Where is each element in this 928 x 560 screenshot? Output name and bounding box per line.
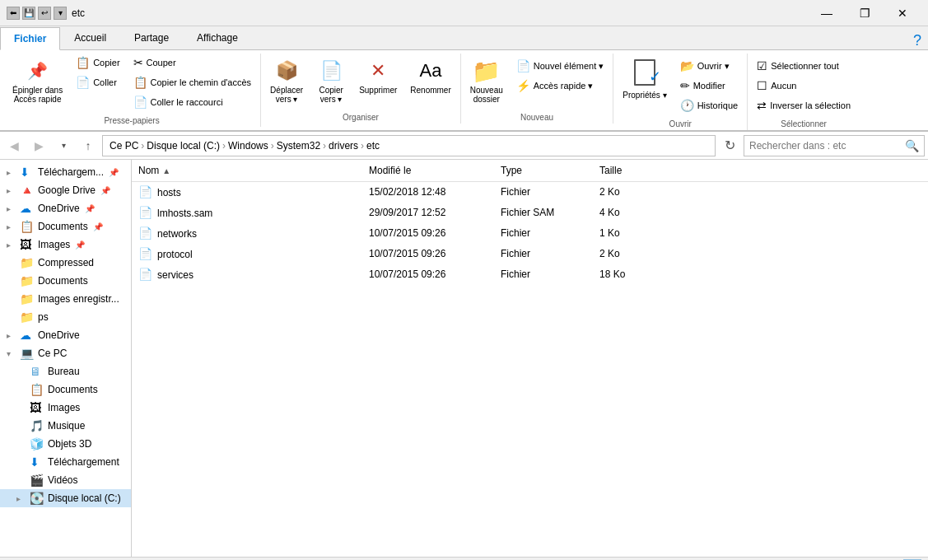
search-input[interactable] <box>749 140 902 152</box>
select-all-icon: ☑ <box>757 59 767 72</box>
col-header-size[interactable]: Taille <box>593 163 659 178</box>
tab-accueil[interactable]: Accueil <box>60 26 120 49</box>
path-etc[interactable]: etc <box>366 140 380 152</box>
recent-locations-button[interactable]: ▾ <box>53 135 74 156</box>
quick-access-button[interactable]: ⚡ Accès rapide ▾ <box>511 77 610 95</box>
history-button[interactable]: 🕐 Historique <box>674 96 744 114</box>
sidebar-item-documents-pinned[interactable]: ▸ 📋 Documents 📌 <box>0 217 131 236</box>
new-item-button[interactable]: 📄 Nouvel élément ▾ <box>511 57 610 75</box>
sidebar-item-onedrive-pinned[interactable]: ▸ ☁ OneDrive 📌 <box>0 199 131 217</box>
file-icon: 📄 <box>138 206 152 219</box>
folder-icon: 📁 <box>473 58 500 84</box>
select-none-button[interactable]: ☐ Aucun <box>751 77 856 95</box>
back-button[interactable]: ◀ <box>3 135 25 156</box>
file-row[interactable]: 📄lmhosts.sam 29/09/2017 12:52 Fichier SA… <box>132 203 928 223</box>
copy-to-icon: 📄 <box>318 58 344 84</box>
file-type-cell: Fichier <box>494 226 593 240</box>
cut-button[interactable]: ✂ Couper <box>128 54 258 72</box>
refresh-button[interactable]: ↻ <box>719 135 740 156</box>
forward-button[interactable]: ▶ <box>28 135 49 156</box>
sidebar-label: Vidéos <box>48 474 77 486</box>
pin-button[interactable]: 📌 Épingler dans Accès rapide <box>7 54 68 108</box>
sidebar-item-ps[interactable]: 📁 ps <box>0 308 131 326</box>
up-button[interactable]: ↑ <box>77 135 99 156</box>
sidebar-item-google-drive[interactable]: ▸ 🔺 Google Drive 📌 <box>0 181 131 199</box>
images-icon: 🖼 <box>30 401 44 414</box>
file-row[interactable]: 📄protocol 10/07/2015 09:26 Fichier 2 Ko <box>132 244 928 264</box>
move-button[interactable]: 📦 Déplacervers ▾ <box>264 54 309 108</box>
sidebar-item-ce-pc[interactable]: ▾ 💻 Ce PC <box>0 344 131 362</box>
copy-to-label: Copiervers ▾ <box>319 86 343 104</box>
sidebar-item-telechargements[interactable]: ▸ ⬇ Téléchargem... 📌 <box>0 163 131 181</box>
video-icon: 🎬 <box>30 474 44 487</box>
tab-affichage[interactable]: Affichage <box>183 26 252 49</box>
images-icon: 🖼 <box>20 238 35 251</box>
expand-icon: ▸ <box>7 222 16 231</box>
tab-fichier[interactable]: Fichier <box>0 27 60 50</box>
sidebar-item-images-saved[interactable]: 📁 Images enregistr... <box>0 290 131 308</box>
path-ce-pc[interactable]: Ce PC <box>110 140 138 152</box>
file-modified-cell: 10/07/2015 09:26 <box>362 226 494 240</box>
sidebar-item-images-pinned[interactable]: ▸ 🖼 Images 📌 <box>0 236 131 254</box>
prop-check: ✓ <box>649 68 661 86</box>
address-path[interactable]: Ce PC › Disque local (C:) › Windows › Sy… <box>102 135 716 156</box>
paste-shortcut-button[interactable]: 📄 Coller le raccourci <box>128 93 258 111</box>
properties-button[interactable]: ✓ Propriétés ▾ <box>617 54 672 104</box>
search-box[interactable]: 🔍 <box>744 135 925 156</box>
sidebar-item-musique[interactable]: 🎵 Musique <box>0 417 131 435</box>
sidebar-item-videos[interactable]: 🎬 Vidéos <box>0 471 131 489</box>
sidebar-item-documents2[interactable]: 📁 Documents <box>0 272 131 290</box>
sidebar-item-objets3d[interactable]: 🧊 Objets 3D <box>0 435 131 453</box>
documents-icon: 📋 <box>20 220 35 233</box>
save-icon[interactable]: 💾 <box>22 7 35 20</box>
path-windows[interactable]: Windows <box>228 140 268 152</box>
nouveau-group-label: Nouveau <box>464 111 610 124</box>
file-row[interactable]: 📄networks 10/07/2015 09:26 Fichier 1 Ko <box>132 223 928 244</box>
delete-button[interactable]: ✕ Supprimer <box>353 54 403 99</box>
sidebar-label: Téléchargem... <box>38 166 104 178</box>
invert-selection-button[interactable]: ⇄ Inverser la sélection <box>751 96 856 114</box>
sidebar-item-c-drive[interactable]: ▸ 💽 Disque local (C:) <box>0 489 131 507</box>
col-header-modified[interactable]: Modifié le <box>362 163 494 178</box>
file-name-cell: 📄networks <box>132 226 362 240</box>
copy-button[interactable]: 📋 Copier <box>70 54 125 72</box>
file-row[interactable]: 📄services 10/07/2015 09:26 Fichier 18 Ko <box>132 264 928 285</box>
edit-icon: ✏ <box>680 79 690 92</box>
open-button[interactable]: 📂 Ouvrir ▾ <box>674 57 744 75</box>
file-row[interactable]: 📄hosts 15/02/2018 12:48 Fichier 2 Ko <box>132 182 928 203</box>
path-system32[interactable]: System32 <box>277 140 320 152</box>
edit-button[interactable]: ✏ Modifier <box>674 77 744 95</box>
sidebar-item-telechargement[interactable]: ⬇ Téléchargement <box>0 453 131 471</box>
tab-partage[interactable]: Partage <box>120 26 183 49</box>
col-header-name[interactable]: Nom ▲ <box>132 163 362 178</box>
copy-path-button[interactable]: 📋 Copier le chemin d'accès <box>128 73 258 91</box>
sidebar-item-images3[interactable]: 🖼 Images <box>0 399 131 417</box>
new-folder-button[interactable]: 📁 Nouveaudossier <box>464 54 509 108</box>
path-sep-2: › <box>222 140 226 152</box>
sidebar-label: Documents <box>38 275 88 287</box>
sidebar-label: Images <box>38 239 70 250</box>
paste-button[interactable]: 📄 Coller <box>70 73 125 91</box>
sidebar-item-compressed[interactable]: 📁 Compressed <box>0 254 131 272</box>
ribbon-tabs: Fichier Accueil Partage Affichage ? <box>0 26 928 50</box>
sidebar-label: Ce PC <box>38 348 67 359</box>
sidebar-item-bureau[interactable]: 🖥 Bureau <box>0 362 131 380</box>
file-size-cell: 4 Ko <box>593 206 659 219</box>
nouveau-buttons: 📁 Nouveaudossier 📄 Nouvel élément ▾ ⚡ Ac… <box>464 54 610 108</box>
undo-icon[interactable]: ↩ <box>38 7 51 20</box>
rename-button[interactable]: Aa Renommer <box>404 54 456 99</box>
col-header-type[interactable]: Type <box>494 163 593 178</box>
folder-icon: 📁 <box>20 292 35 306</box>
copy-to-button[interactable]: 📄 Copiervers ▾ <box>310 54 352 108</box>
sidebar-item-onedrive[interactable]: ▸ ☁ OneDrive <box>0 326 131 344</box>
minimize-button[interactable]: — <box>808 0 846 26</box>
new-item-label: Nouvel élément ▾ <box>534 61 604 72</box>
help-button[interactable]: ? <box>907 32 928 49</box>
sidebar-item-documents3[interactable]: 📋 Documents <box>0 380 131 399</box>
custom-toolbar-icon[interactable]: ▾ <box>54 7 67 20</box>
maximize-button[interactable]: ❐ <box>846 0 884 26</box>
path-drivers[interactable]: drivers <box>329 140 358 152</box>
path-c-drive[interactable]: Disque local (C:) <box>147 140 220 152</box>
select-all-button[interactable]: ☑ Sélectionner tout <box>751 57 856 75</box>
close-button[interactable]: ✕ <box>884 0 921 26</box>
